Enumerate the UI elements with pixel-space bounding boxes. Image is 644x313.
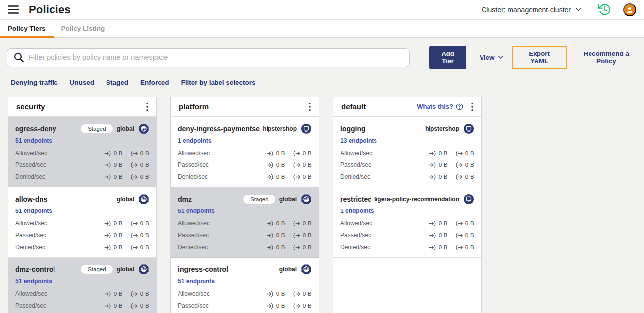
ingress-value: 0 B [104, 150, 123, 156]
export-yaml-button[interactable]: Export YAML [521, 50, 558, 65]
search-input[interactable] [29, 53, 403, 61]
policy-card[interactable]: ingress-control global 51 endpoints Allo… [171, 258, 319, 313]
ingress-value: 0 B [429, 150, 448, 156]
metric-value: 0 B [114, 303, 123, 309]
metric-value: 0 B [303, 150, 312, 156]
metric-value: 0 B [465, 150, 474, 156]
add-tier-button[interactable]: Add Tier [429, 46, 466, 69]
metric-row: Allowed/sec 0 B 0 B [178, 290, 312, 297]
metric-value: 0 B [114, 291, 123, 297]
ingress-icon [429, 244, 436, 251]
metric-label: Denied/sec [15, 244, 45, 251]
tab-policy-tiers[interactable]: Policy Tiers [0, 20, 54, 37]
filter-staged[interactable]: Staged [106, 79, 128, 86]
policy-card[interactable]: logging hipstershop 13 endpoints Allowed… [333, 117, 481, 187]
global-scope-icon [138, 264, 149, 275]
endpoints-link[interactable]: 51 endpoints [15, 137, 52, 144]
endpoints-link[interactable]: 1 endpoints [340, 208, 374, 214]
ingress-value: 0 B [104, 244, 123, 251]
ingress-icon [104, 291, 111, 297]
tab-policy-listing[interactable]: Policy Listing [54, 20, 113, 37]
ingress-value: 0 B [429, 220, 448, 227]
metric-value: 0 B [140, 162, 149, 168]
policy-card[interactable]: restricted tigera-policy-recommendation … [333, 187, 481, 258]
endpoints-link[interactable]: 1 endpoints [178, 137, 211, 144]
egress-value: 0 B [130, 150, 149, 156]
tier-menu-icon[interactable] [306, 102, 314, 112]
policy-card[interactable]: dmz-control Staged global 51 endpoints A… [8, 258, 156, 313]
metric-row: Allowed/sec 0 B 0 B [15, 150, 149, 156]
namespace-scope-icon [301, 123, 312, 134]
metric-value: 0 B [303, 162, 312, 168]
metric-value: 0 B [465, 174, 474, 180]
history-icon[interactable] [598, 3, 611, 16]
ingress-value: 0 B [267, 303, 285, 309]
metric-label: Passed/sec [15, 302, 46, 309]
policy-scope-label: hipstershop [263, 125, 297, 132]
ingress-icon [104, 174, 111, 180]
metric-row: Allowed/sec 0 B 0 B [178, 150, 312, 156]
policy-card[interactable]: dmz Staged global 51 endpoints Allowed/s… [171, 187, 319, 258]
user-avatar[interactable] [623, 3, 636, 16]
ingress-icon [104, 220, 111, 227]
metric-label: Passed/sec [178, 232, 209, 239]
whats-this-link[interactable]: Whats this? [417, 103, 463, 110]
policy-card[interactable]: allow-dns global 51 endpoints Allowed/se… [8, 187, 156, 258]
ingress-value: 0 B [267, 150, 285, 156]
egress-value: 0 B [293, 162, 312, 168]
metric-value: 0 B [439, 220, 448, 226]
tier-menu-icon[interactable] [468, 102, 476, 112]
metric-value: 0 B [114, 244, 123, 250]
ingress-icon [104, 232, 111, 239]
endpoints-link[interactable]: 51 endpoints [178, 208, 215, 214]
ingress-icon [267, 162, 274, 168]
policy-metrics: Allowed/sec 0 B 0 B Passed/sec [340, 220, 474, 251]
filter-enforced[interactable]: Enforced [140, 79, 169, 86]
endpoints-link[interactable]: 51 endpoints [15, 278, 52, 285]
filter-unused[interactable]: Unused [70, 79, 95, 86]
policy-card[interactable]: deny-ingress-paymentservi… hipstershop 1… [171, 117, 319, 187]
egress-value: 0 B [455, 162, 474, 168]
metric-value: 0 B [439, 232, 448, 238]
tab-label: Policy Listing [61, 25, 105, 32]
egress-value: 0 B [130, 291, 149, 297]
egress-icon [130, 174, 138, 180]
tier-menu-icon[interactable] [143, 102, 151, 112]
metric-label: Passed/sec [340, 232, 371, 239]
filter-by-label-selectors[interactable]: Filter by label selectors [181, 79, 256, 86]
endpoints-link[interactable]: 51 endpoints [15, 208, 52, 214]
policy-card[interactable]: egress-deny Staged global 51 endpoints A… [8, 117, 156, 187]
policy-scope-label: hipstershop [425, 125, 459, 132]
ingress-icon [429, 150, 436, 156]
metric-row: Passed/sec 0 B 0 B [15, 302, 149, 309]
whats-this-label: Whats this? [417, 103, 453, 110]
metric-value: 0 B [303, 303, 312, 309]
metric-row: Denied/sec 0 B 0 B [178, 244, 312, 251]
egress-value: 0 B [130, 303, 149, 309]
egress-icon [455, 232, 463, 239]
cluster-selector[interactable]: Cluster: management-cluster [482, 6, 581, 14]
metric-row: Denied/sec 0 B 0 B [340, 173, 474, 180]
metric-row: Passed/sec 0 B 0 B [178, 232, 312, 239]
metric-value: 0 B [465, 162, 474, 168]
ingress-value: 0 B [104, 220, 123, 227]
recommend-policy-button[interactable]: Recommend a Policy [576, 50, 637, 65]
policy-metrics: Allowed/sec 0 B 0 B Passed/sec [178, 290, 312, 313]
endpoints-link[interactable]: 13 endpoints [340, 137, 377, 144]
metric-label: Passed/sec [15, 161, 46, 168]
menu-icon[interactable] [7, 4, 20, 15]
metric-value: 0 B [439, 244, 448, 250]
search-icon [13, 52, 24, 63]
ingress-value: 0 B [267, 244, 285, 251]
metric-label: Denied/sec [340, 173, 370, 180]
metric-row: Passed/sec 0 B 0 B [340, 232, 474, 239]
policy-card-list: egress-deny Staged global 51 endpoints A… [8, 117, 156, 313]
view-dropdown[interactable]: View [480, 54, 503, 61]
metric-value: 0 B [303, 244, 312, 250]
endpoints-link[interactable]: 51 endpoints [178, 278, 215, 285]
policy-scope-label: global [279, 196, 297, 203]
egress-value: 0 B [455, 232, 474, 239]
egress-icon [293, 291, 300, 297]
egress-icon [293, 150, 300, 156]
filter-denying-traffic[interactable]: Denying traffic [11, 79, 58, 86]
